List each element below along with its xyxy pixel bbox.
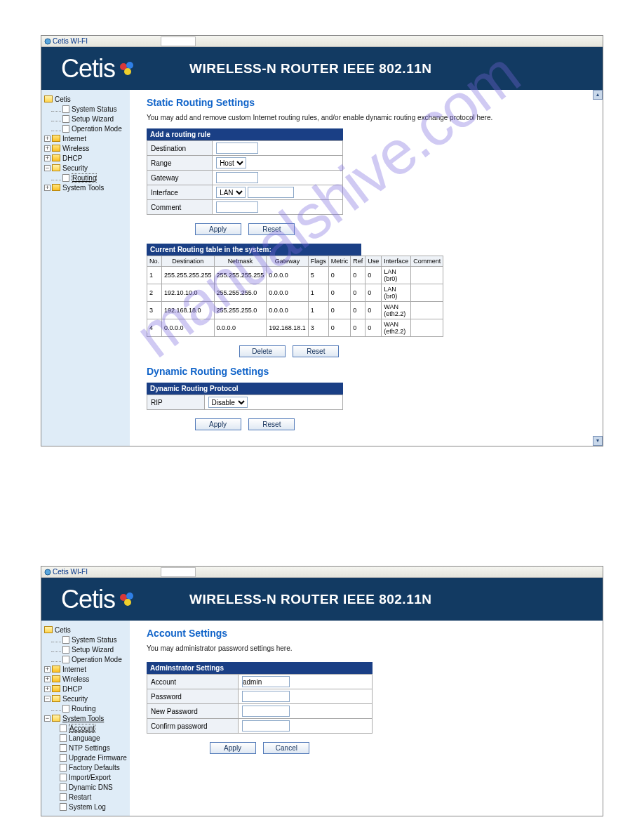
cancel-button[interactable]: Cancel [263, 742, 309, 754]
tree-item-language[interactable]: Language [60, 733, 127, 743]
table-cell: 5 [308, 267, 328, 284]
scroll-down-icon[interactable]: ▾ [593, 436, 603, 446]
table-row[interactable]: 3192.168.18.0255.255.255.00.0.0.01000WAN… [147, 302, 443, 319]
input-comment[interactable] [216, 201, 258, 213]
tree-item-system-tools[interactable]: −System Tools [44, 713, 127, 723]
folder-icon [44, 626, 53, 633]
window-tab[interactable] [161, 567, 196, 577]
select-interface[interactable]: LAN [216, 187, 246, 198]
page-icon [62, 636, 69, 644]
input-interface-extra[interactable] [248, 187, 294, 198]
input-new-password[interactable] [242, 706, 290, 717]
tree-item-routing[interactable]: Routing [51, 703, 127, 713]
page-icon [62, 105, 69, 113]
table-cell: 1 [308, 284, 328, 302]
tree-item-wireless[interactable]: +Wireless [44, 674, 127, 684]
table-cell: 3 [308, 319, 328, 337]
column-header: No. [147, 256, 162, 267]
panel-header-current-routing: Current Routing table in the system: [147, 244, 361, 256]
input-gateway[interactable] [216, 172, 258, 183]
input-confirm-password[interactable] [242, 720, 290, 732]
tree-item-dhcp[interactable]: +DHCP [44, 684, 127, 694]
page-icon [60, 764, 67, 772]
table-cell: 0.0.0.0 [214, 319, 267, 337]
column-header: Use [365, 256, 382, 267]
apply-button[interactable]: Apply [195, 418, 241, 430]
label-new-password: New Password [147, 704, 239, 719]
tree-item-ntp-settings[interactable]: NTP Settings [60, 743, 127, 753]
panel-header-admin-settings: Adminstrator Settings [147, 662, 373, 674]
table-row[interactable]: 1255.255.255.255255.255.255.2550.0.0.050… [147, 267, 443, 284]
content-pane: Account Settings You may administrator p… [130, 621, 603, 816]
scroll-up-icon[interactable]: ▴ [593, 90, 603, 100]
label-range: Range [147, 156, 213, 171]
select-range[interactable]: Host [216, 157, 246, 168]
banner-title: WIRELESS-N ROUTER IEEE 802.11N [189, 61, 431, 77]
page-icon [60, 774, 67, 781]
tree-item-factory-defaults[interactable]: Factory Defaults [60, 762, 127, 772]
table-cell: 3 [147, 302, 162, 319]
select-rip[interactable]: Disable [208, 397, 248, 408]
tree-item-operation-mode[interactable]: Operation Mode [51, 124, 127, 133]
folder-icon [52, 184, 60, 191]
column-header: Flags [308, 256, 328, 267]
sidebar: Cetis System Status Setup Wizard Operati… [41, 621, 130, 816]
reset-button[interactable]: Reset [248, 418, 295, 430]
tree-item-routing[interactable]: Routing [51, 173, 127, 183]
tree-item-setup-wizard[interactable]: Setup Wizard [51, 114, 127, 124]
tree-item-internet[interactable]: +Internet [44, 133, 127, 143]
table-cell: 192.10.10.0 [162, 284, 215, 302]
table-cell: 0 [351, 284, 365, 302]
input-account[interactable] [242, 676, 290, 687]
page-icon [62, 705, 69, 713]
tree-item-internet[interactable]: +Internet [44, 664, 127, 674]
tree-item-system-tools[interactable]: +System Tools [44, 183, 127, 192]
table-cell: 255.255.255.0 [214, 284, 267, 302]
clover-icon [118, 590, 136, 609]
tree-item-system-status[interactable]: System Status [51, 104, 127, 114]
table-cell: WAN (eth2.2) [382, 319, 411, 337]
tree-item-dynamic-dns[interactable]: Dynamic DNS [60, 782, 127, 792]
tree-item-restart[interactable]: Restart [60, 792, 127, 802]
page-icon [60, 783, 67, 791]
input-destination[interactable] [216, 143, 258, 154]
folder-icon [52, 675, 60, 682]
tree-item-wireless[interactable]: +Wireless [44, 143, 127, 153]
tree-item-import-export[interactable]: Import/Export [60, 772, 127, 782]
table-row[interactable]: 40.0.0.00.0.0.0192.168.18.13000WAN (eth2… [147, 319, 443, 337]
tree-item-setup-wizard[interactable]: Setup Wizard [51, 644, 127, 654]
reset-button[interactable]: Reset [248, 223, 295, 235]
table-cell: 0 [328, 267, 351, 284]
panel-header-dynamic-protocol: Dynamic Routing Protocol [147, 383, 343, 395]
column-header: Metric [328, 256, 351, 267]
window-tab[interactable] [161, 37, 196, 46]
apply-button[interactable]: Apply [210, 742, 256, 754]
label-rip: RIP [147, 395, 205, 410]
description: You may add and remove custom Internet r… [147, 114, 586, 121]
tree-item-upgrade-firmware[interactable]: Upgrade Firmware [60, 753, 127, 762]
tree-item-operation-mode[interactable]: Operation Mode [51, 654, 127, 664]
input-password[interactable] [242, 691, 290, 702]
tree-item-dhcp[interactable]: +DHCP [44, 153, 127, 163]
table-row[interactable]: 2192.10.10.0255.255.255.00.0.0.01000LAN … [147, 284, 443, 302]
label-password: Password [147, 689, 239, 704]
tree-item-account[interactable]: Account [60, 723, 127, 733]
tree-item-system-log[interactable]: System Log [60, 802, 127, 812]
reset-button[interactable]: Reset [293, 345, 339, 357]
folder-icon [52, 685, 60, 692]
banner-title: WIRELESS-N ROUTER IEEE 802.11N [189, 592, 431, 607]
tree-root[interactable]: Cetis [44, 94, 127, 104]
page-icon [62, 656, 69, 663]
tree-root[interactable]: Cetis [44, 625, 127, 635]
page-icon [62, 125, 69, 133]
delete-button[interactable]: Delete [239, 345, 286, 357]
apply-button[interactable]: Apply [195, 223, 241, 235]
page-icon [60, 734, 67, 742]
routing-table: No.DestinationNetmaskGatewayFlagsMetricR… [147, 256, 443, 337]
tree-item-security[interactable]: −Security [44, 163, 127, 173]
tree-item-system-status[interactable]: System Status [51, 635, 127, 644]
table-cell: 4 [147, 319, 162, 337]
window-title: Cetis WI-FI [53, 568, 88, 576]
page-icon [60, 803, 67, 811]
tree-item-security[interactable]: −Security [44, 694, 127, 703]
